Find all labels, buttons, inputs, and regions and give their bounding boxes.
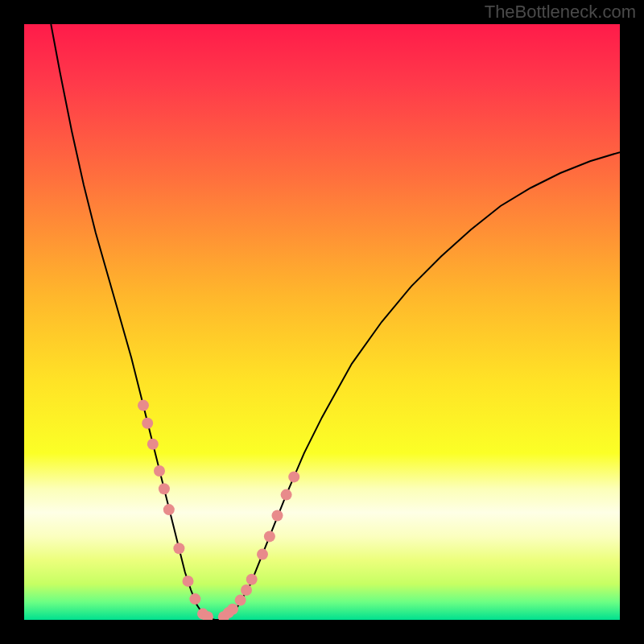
data-marker xyxy=(189,593,200,605)
data-marker xyxy=(264,530,275,542)
watermark-text: TheBottleneck.com xyxy=(485,2,636,23)
data-marker xyxy=(257,549,268,560)
data-marker xyxy=(272,510,283,522)
data-marker xyxy=(163,504,175,515)
data-marker xyxy=(288,471,299,482)
data-marker xyxy=(142,418,153,429)
curve-markers xyxy=(138,400,299,620)
bottleneck-curve xyxy=(51,24,620,620)
data-marker xyxy=(241,584,252,596)
data-marker xyxy=(235,595,246,606)
data-marker xyxy=(227,604,238,615)
data-marker xyxy=(159,483,170,494)
chart-frame: TheBottleneck.com xyxy=(0,0,644,644)
curve-layer xyxy=(24,24,620,620)
data-marker xyxy=(173,543,184,554)
data-marker xyxy=(154,465,165,477)
data-marker xyxy=(246,574,258,585)
data-marker xyxy=(138,400,149,411)
data-marker xyxy=(183,576,194,587)
data-marker xyxy=(281,489,292,501)
data-marker xyxy=(147,439,159,450)
plot-area xyxy=(24,24,620,620)
